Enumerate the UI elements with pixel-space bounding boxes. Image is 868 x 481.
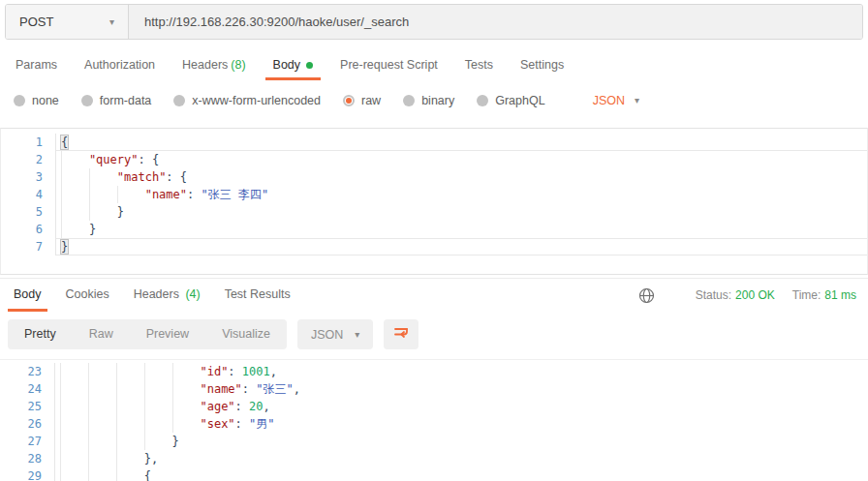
view-mode-visualize[interactable]: Visualize [205, 319, 287, 349]
code-token: : [228, 365, 241, 378]
indent-guide [88, 415, 116, 433]
indent-guide [172, 363, 201, 380]
code-token: : { [166, 170, 187, 184]
wrap-text-button[interactable] [384, 319, 418, 349]
time-text: Time:81 ms [792, 288, 856, 302]
tab-body[interactable]: Body [260, 51, 327, 80]
code-line[interactable]: 6} [1, 221, 867, 238]
indent-guide [116, 363, 144, 380]
line-number: 24 [0, 380, 55, 398]
line-number: 26 [0, 415, 55, 433]
response-tab-test-results[interactable]: Test Results [219, 279, 296, 312]
line-content: { [55, 467, 868, 481]
green-dot-icon [306, 62, 313, 69]
indent-guide [89, 186, 117, 203]
view-mode-pretty[interactable]: Pretty [8, 319, 73, 349]
code-line[interactable]: 2"query": { [1, 151, 867, 168]
indent-guide [61, 186, 89, 203]
indent-guide [60, 450, 88, 467]
indent-guide [61, 168, 89, 186]
method-select[interactable]: POST ▾ [6, 5, 129, 39]
network-globe-icon[interactable] [638, 287, 655, 304]
indent-guide [172, 415, 201, 433]
indent-guide [88, 450, 116, 467]
response-tab-body[interactable]: Body [8, 279, 47, 312]
body-type-form-data[interactable]: form-data [81, 94, 152, 107]
code-token: } [61, 240, 68, 254]
body-type-x-www-form-urlencoded[interactable]: x-www-form-urlencoded [173, 94, 321, 107]
code-line[interactable]: 29{ [0, 467, 868, 481]
indent-guide [116, 415, 144, 433]
indent-guide [88, 398, 116, 415]
view-mode-raw[interactable]: Raw [73, 319, 130, 349]
code-token: : { [138, 153, 159, 166]
status-text: Status:200 OK [696, 288, 775, 302]
body-type-row: noneform-datax-www-form-urlencodedrawbin… [0, 88, 868, 113]
radio-icon [81, 95, 93, 106]
indent-guide [144, 433, 172, 450]
tab-settings[interactable]: Settings [507, 51, 577, 80]
line-content: "query": { [56, 151, 867, 168]
tab-authorization[interactable]: Authorization [71, 51, 169, 80]
radio-label: none [32, 94, 59, 107]
code-line[interactable]: 23"id": 1001, [0, 363, 868, 380]
line-number: 28 [0, 450, 55, 467]
code-token: 1001 [242, 365, 270, 378]
line-content: }, [55, 450, 868, 467]
code-line[interactable]: 3"match": { [1, 168, 867, 186]
code-token: : [187, 188, 201, 201]
code-line[interactable]: 28}, [0, 450, 868, 467]
code-token: } [117, 205, 124, 219]
tab-tests[interactable]: Tests [451, 51, 507, 80]
code-line[interactable]: 1{ [1, 134, 867, 151]
code-token: "query" [89, 153, 139, 166]
tab-label: Test Results [225, 287, 291, 301]
line-number: 29 [0, 467, 55, 481]
code-line[interactable]: 4"name": "张三 李四" [1, 186, 867, 203]
line-number: 25 [0, 398, 55, 415]
code-line[interactable]: 26"sex": "男" [0, 415, 868, 433]
response-format-select[interactable]: JSON ▾ [297, 319, 373, 349]
tab-headers[interactable]: Headers(8) [169, 51, 260, 80]
line-number: 3 [1, 168, 56, 186]
url-field-container [129, 5, 862, 39]
line-content: } [56, 238, 867, 256]
indent-guide [144, 380, 172, 398]
code-line[interactable]: 27} [0, 433, 868, 450]
response-tab-headers[interactable]: Headers (4) [128, 279, 206, 312]
url-input[interactable] [129, 15, 862, 29]
radio-label: form-data [100, 94, 152, 107]
indent-guide [116, 398, 144, 415]
raw-format-select[interactable]: JSON▾ [593, 94, 639, 107]
response-body-editor[interactable]: 23"id": 1001,24"name": "张三",25"age": 20,… [0, 359, 868, 481]
view-mode-preview[interactable]: Preview [130, 319, 205, 349]
radio-icon [403, 95, 415, 106]
line-content: } [56, 203, 867, 221]
code-line[interactable]: 24"name": "张三", [0, 380, 868, 398]
tab-pre-request-script[interactable]: Pre-request Script [326, 51, 451, 80]
response-tab-cookies[interactable]: Cookies [60, 279, 115, 312]
code-token: "男" [249, 417, 274, 431]
code-token: "name" [145, 188, 187, 201]
tab-label: Tests [465, 58, 493, 72]
indent-guide [144, 363, 172, 380]
code-token: } [172, 435, 179, 448]
line-content: "name": "张三 李四" [56, 186, 867, 203]
line-number: 7 [1, 238, 56, 256]
code-line[interactable]: 7} [1, 238, 867, 256]
tab-label: Pre-request Script [340, 58, 438, 72]
body-type-none[interactable]: none [14, 94, 59, 107]
line-content: "name": "张三", [55, 380, 868, 398]
request-body-editor[interactable]: 1{2"query": {3"match": {4"name": "张三 李四"… [0, 128, 868, 275]
response-format-label: JSON [311, 328, 343, 342]
code-line[interactable]: 25"age": 20, [0, 398, 868, 415]
body-type-graphql[interactable]: GraphQL [477, 94, 544, 107]
tab-params[interactable]: Params [2, 51, 71, 80]
body-type-binary[interactable]: binary [403, 94, 454, 107]
body-type-raw[interactable]: raw [343, 94, 381, 107]
tab-label: Authorization [84, 58, 155, 72]
line-number: 4 [1, 186, 56, 203]
line-number: 1 [1, 134, 56, 151]
code-line[interactable]: 5} [1, 203, 867, 221]
method-label: POST [19, 15, 53, 29]
